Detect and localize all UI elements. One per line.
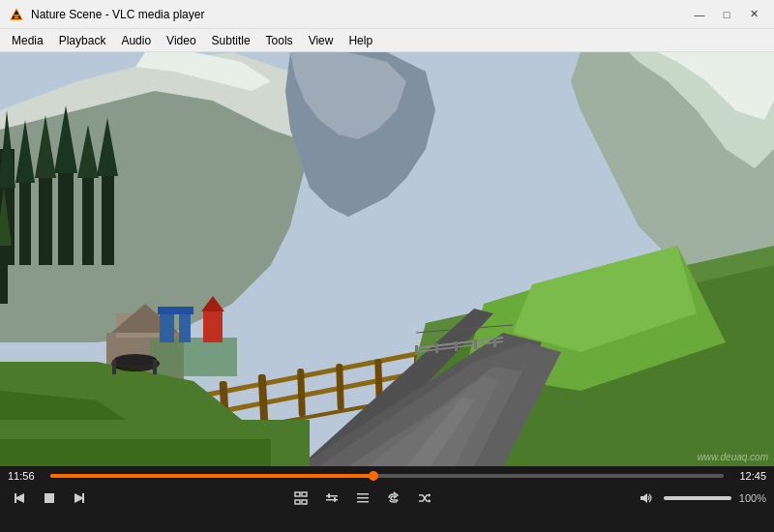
close-button[interactable]: ✕ (741, 5, 766, 24)
volume-button[interactable] (635, 486, 660, 511)
svg-marker-77 (15, 493, 24, 503)
svg-point-74 (114, 354, 157, 366)
svg-rect-66 (435, 343, 438, 353)
menu-playback[interactable]: Playback (51, 29, 114, 51)
svg-rect-90 (357, 501, 369, 503)
previous-icon (14, 491, 27, 505)
svg-rect-81 (302, 492, 307, 496)
menu-tools[interactable]: Tools (258, 29, 301, 51)
svg-rect-78 (45, 493, 54, 503)
video-frame (0, 52, 774, 466)
fullscreen-icon (294, 491, 308, 505)
svg-rect-82 (295, 500, 300, 504)
svg-rect-62 (0, 439, 271, 466)
title-bar: Nature Scene - VLC media player — □ ✕ (0, 0, 774, 29)
svg-rect-3 (15, 16, 19, 18)
svg-rect-67 (455, 341, 458, 351)
svg-rect-87 (334, 497, 336, 502)
right-controls: 100% (635, 486, 766, 511)
next-icon (72, 491, 85, 505)
svg-rect-2 (14, 15, 19, 16)
stop-button[interactable] (37, 486, 62, 511)
loop-icon (387, 491, 401, 505)
watermark: www.deuaq.com (698, 452, 768, 462)
extended-settings-button[interactable] (319, 486, 344, 511)
video-area[interactable]: www.deuaq.com (0, 52, 774, 466)
title-bar-controls: — □ ✕ (687, 5, 766, 24)
svg-rect-84 (326, 495, 338, 497)
menu-media[interactable]: Media (4, 29, 51, 51)
svg-marker-91 (397, 499, 399, 502)
center-controls (288, 486, 437, 511)
menu-audio[interactable]: Audio (113, 29, 159, 51)
stop-icon (44, 492, 55, 504)
extended-settings-icon (325, 491, 339, 505)
svg-rect-86 (326, 499, 338, 501)
menu-subtitle[interactable]: Subtitle (204, 29, 258, 51)
svg-marker-79 (74, 493, 84, 503)
minimize-button[interactable]: — (687, 5, 712, 24)
svg-rect-75 (112, 360, 116, 374)
svg-rect-29 (150, 338, 237, 376)
previous-button[interactable] (8, 486, 33, 511)
time-total: 12:45 (731, 470, 766, 482)
progress-row: 11:56 12:45 (8, 470, 766, 482)
svg-rect-69 (493, 338, 496, 347)
svg-rect-89 (357, 497, 369, 499)
svg-rect-76 (153, 360, 157, 374)
svg-rect-88 (357, 493, 369, 495)
svg-marker-93 (429, 499, 431, 503)
random-icon (418, 491, 432, 505)
fullscreen-button[interactable] (288, 486, 313, 511)
volume-label: 100% (735, 492, 766, 504)
menu-bar: Media Playback Audio Video Subtitle Tool… (0, 29, 774, 52)
random-button[interactable] (412, 486, 437, 511)
svg-rect-33 (203, 311, 223, 342)
buttons-row: 100% (8, 486, 766, 511)
vlc-logo-icon (8, 6, 25, 23)
svg-rect-85 (328, 493, 330, 498)
playlist-icon (356, 491, 370, 505)
volume-slider[interactable] (664, 496, 731, 500)
title-bar-left: Nature Scene - VLC media player (8, 6, 204, 23)
svg-rect-32 (158, 307, 194, 314)
time-current: 11:56 (8, 470, 43, 482)
maximize-button[interactable]: □ (714, 5, 739, 24)
window-title: Nature Scene - VLC media player (31, 8, 204, 21)
svg-marker-92 (429, 493, 431, 497)
volume-fill (664, 496, 731, 500)
volume-icon (640, 491, 655, 505)
controls-area: 11:56 12:45 (0, 466, 774, 532)
progress-handle[interactable] (369, 471, 378, 481)
svg-rect-31 (179, 313, 191, 342)
menu-help[interactable]: Help (341, 29, 380, 51)
left-controls (8, 486, 91, 511)
svg-rect-68 (474, 340, 477, 349)
svg-marker-94 (640, 493, 647, 503)
svg-rect-22 (82, 163, 94, 265)
next-button[interactable] (66, 486, 91, 511)
menu-view[interactable]: View (301, 29, 342, 51)
svg-rect-83 (302, 500, 307, 504)
loop-button[interactable] (381, 486, 406, 511)
playlist-button[interactable] (350, 486, 375, 511)
menu-video[interactable]: Video (159, 29, 203, 51)
svg-rect-80 (295, 492, 300, 496)
progress-fill (50, 474, 373, 478)
svg-rect-65 (415, 345, 418, 355)
progress-bar[interactable] (50, 474, 724, 478)
